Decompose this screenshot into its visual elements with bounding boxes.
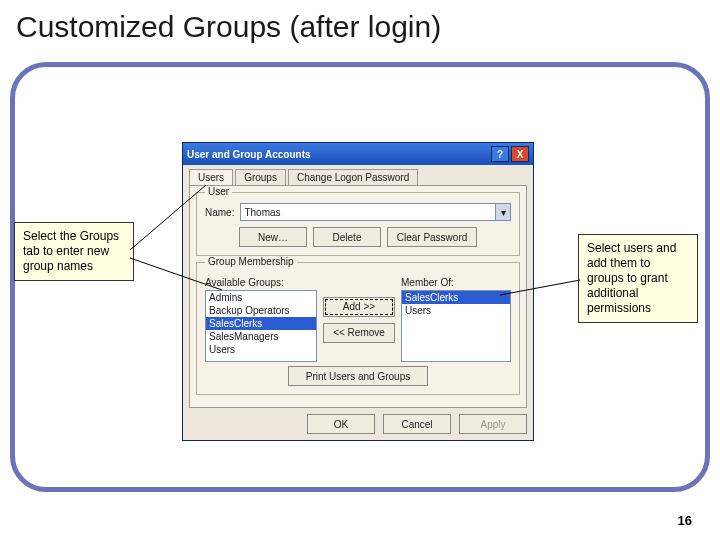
remove-button[interactable]: << Remove [323, 323, 395, 343]
callout-left: Select the Groups tab to enter new group… [14, 222, 134, 281]
chevron-down-icon[interactable]: ▾ [495, 204, 510, 220]
tab-strip: Users Groups Change Logon Password [183, 165, 533, 185]
memberof-listbox[interactable]: SalesClerks Users [401, 290, 511, 362]
tab-groups[interactable]: Groups [235, 169, 286, 185]
tab-change-password[interactable]: Change Logon Password [288, 169, 418, 185]
name-combobox[interactable]: Thomas ▾ [240, 203, 511, 221]
help-button[interactable]: ? [491, 146, 509, 162]
callout-right: Select users and add them to groups to g… [578, 234, 698, 323]
tab-users[interactable]: Users [189, 169, 233, 185]
new-button[interactable]: New… [239, 227, 307, 247]
delete-button[interactable]: Delete [313, 227, 381, 247]
list-item[interactable]: Backup Operators [206, 304, 316, 317]
user-fieldset: User Name: Thomas ▾ New… Delete Clear Pa… [196, 192, 520, 256]
apply-button[interactable]: Apply [459, 414, 527, 434]
list-item[interactable]: Admins [206, 291, 316, 304]
list-item[interactable]: Users [402, 304, 510, 317]
list-item[interactable]: Users [206, 343, 316, 356]
memberof-label: Member Of: [401, 277, 511, 288]
add-button[interactable]: Add >> [323, 297, 395, 317]
page-number: 16 [678, 513, 692, 528]
list-item[interactable]: SalesManagers [206, 330, 316, 343]
membership-legend: Group Membership [205, 256, 297, 267]
name-label: Name: [205, 207, 234, 218]
available-groups-label: Available Groups: [205, 277, 317, 288]
dialog-titlebar[interactable]: User and Group Accounts ? X [183, 143, 533, 165]
tab-body-users: User Name: Thomas ▾ New… Delete Clear Pa… [189, 185, 527, 408]
slide-title: Customized Groups (after login) [16, 10, 441, 44]
user-legend: User [205, 186, 232, 197]
dialog-title: User and Group Accounts [187, 149, 489, 160]
group-membership-fieldset: Group Membership Available Groups: Admin… [196, 262, 520, 395]
dialog-user-group-accounts: User and Group Accounts ? X Users Groups… [182, 142, 534, 441]
cancel-button[interactable]: Cancel [383, 414, 451, 434]
name-value: Thomas [244, 207, 280, 218]
ok-button[interactable]: OK [307, 414, 375, 434]
list-item[interactable]: SalesClerks [206, 317, 316, 330]
list-item[interactable]: SalesClerks [402, 291, 510, 304]
clear-password-button[interactable]: Clear Password [387, 227, 477, 247]
available-groups-listbox[interactable]: Admins Backup Operators SalesClerks Sale… [205, 290, 317, 362]
print-users-groups-button[interactable]: Print Users and Groups [288, 366, 428, 386]
close-button[interactable]: X [511, 146, 529, 162]
